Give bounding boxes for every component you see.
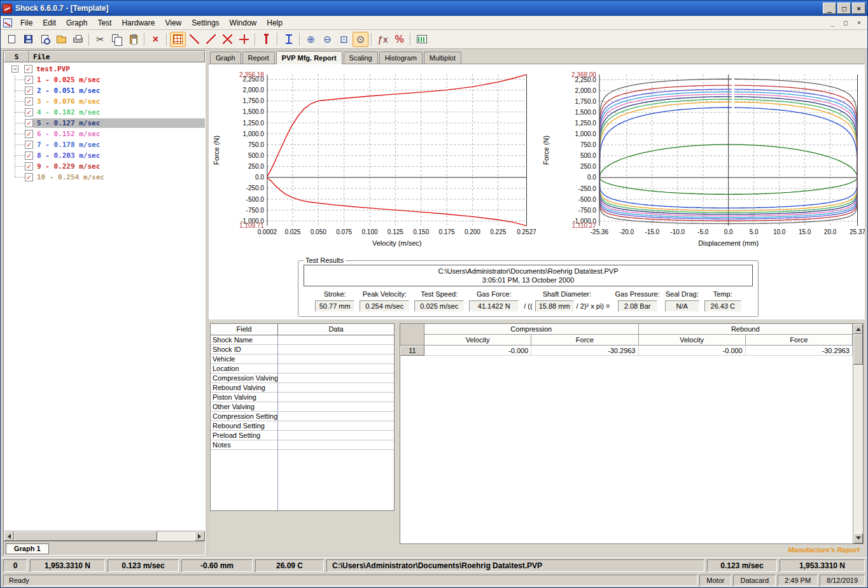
file-tree-row[interactable]: ✓5 - 0.127 m/sec (4, 118, 205, 129)
file-tree-row[interactable]: ✓1 - 0.025 m/sec (4, 74, 205, 85)
file-visible-checkbox[interactable]: ✓ (25, 108, 33, 116)
force-displacement-chart[interactable]: -1,000.0-750.0-500.0-250.00.0250.0500.07… (540, 67, 865, 255)
slope-rise-icon[interactable] (186, 32, 202, 47)
scroll-right-button[interactable] (195, 531, 205, 541)
slope-both-icon[interactable] (220, 32, 235, 47)
app-icon[interactable] (3, 4, 12, 13)
menu-file[interactable]: File (15, 17, 38, 29)
file-visible-checkbox[interactable]: ✓ (25, 119, 33, 127)
child-close-button[interactable]: × (853, 18, 865, 27)
field-value-other-valving[interactable] (278, 402, 394, 412)
file-visible-checkbox[interactable]: ✓ (25, 162, 33, 171)
field-value-shock-name[interactable] (278, 335, 394, 345)
file-item-label[interactable]: 5 - 0.127 m/sec (33, 118, 205, 128)
file-item-label[interactable]: 2 - 0.051 m/sec (33, 86, 205, 95)
menu-hardware[interactable]: Hardware (116, 17, 160, 29)
tab-scaling[interactable]: Scaling (344, 52, 378, 64)
file-item-label[interactable]: 4 - 0.102 m/sec (33, 108, 205, 117)
field-value-piston-valving[interactable] (278, 393, 394, 402)
probe-icon[interactable] (258, 32, 274, 47)
column-header-file[interactable]: File (29, 51, 205, 62)
file-tree-row[interactable]: ✓7 - 0.178 m/sec (4, 139, 205, 150)
data-cell[interactable]: -30.2963 (746, 346, 853, 356)
scrollbar-thumb[interactable] (14, 531, 157, 541)
vertical-scrollbar[interactable] (853, 324, 863, 543)
file-tree-row[interactable]: ✓8 - 0.203 m/sec (4, 150, 205, 161)
close-button[interactable]: × (852, 3, 865, 14)
menu-settings[interactable]: Settings (186, 17, 224, 29)
field-value-shock-id[interactable] (278, 345, 394, 354)
file-tree-row[interactable]: ✓10 - 0.254 m/sec (4, 172, 205, 183)
tab-pvp-mfg-report[interactable]: PVP Mfg. Report (276, 51, 342, 64)
data-cell[interactable]: -30.2963 (531, 346, 638, 356)
tree-expander-icon[interactable]: − (11, 66, 18, 73)
field-value-vehicle[interactable] (278, 354, 394, 364)
multiplot-preview-icon[interactable] (414, 32, 430, 47)
menu-graph[interactable]: Graph (61, 17, 92, 29)
scroll-left-button[interactable] (4, 531, 14, 541)
file-item-label[interactable]: 10 - 0.254 m/sec (33, 172, 205, 182)
notes-area[interactable] (211, 450, 394, 510)
minimize-button[interactable]: _ (823, 3, 836, 14)
file-item-label[interactable]: 6 - 0.152 m/sec (33, 129, 205, 139)
tab-report[interactable]: Report (242, 52, 275, 64)
file-visible-checkbox[interactable]: ✓ (24, 65, 32, 73)
data-cell[interactable]: -0.000 (424, 346, 531, 356)
menu-test[interactable]: Test (92, 17, 116, 29)
cursor-marker-icon[interactable] (281, 32, 297, 47)
child-restore-button[interactable]: □ (840, 18, 851, 27)
file-item-label[interactable]: test.PVP (32, 64, 205, 74)
delete-icon[interactable]: × (148, 32, 164, 47)
field-value-compression-valving[interactable] (278, 374, 394, 383)
file-visible-checkbox[interactable]: ✓ (25, 76, 33, 84)
menu-help[interactable]: Help (262, 17, 288, 29)
print-preview-icon[interactable] (37, 32, 53, 47)
maximize-button[interactable]: □ (837, 3, 851, 14)
y-equals-x-icon[interactable]: ƒx (375, 32, 391, 47)
zoom-in-icon[interactable]: ⊕ (303, 32, 319, 47)
zoom-out-icon[interactable]: ⊖ (319, 32, 335, 47)
save-icon[interactable] (20, 32, 36, 47)
file-tree-row[interactable]: −✓test.PVP (4, 64, 205, 74)
file-tree-row[interactable]: ✓6 - 0.152 m/sec (4, 129, 205, 139)
copy-icon[interactable] (109, 32, 125, 47)
crosshair-icon[interactable] (236, 32, 252, 47)
slope-fall-icon[interactable] (203, 32, 219, 47)
new-file-icon[interactable] (4, 32, 20, 47)
file-tree-row[interactable]: ✓3 - 0.076 m/sec (4, 96, 205, 107)
field-value-rebound-setting[interactable] (278, 421, 394, 431)
file-visible-checkbox[interactable]: ✓ (25, 97, 33, 106)
field-value-location[interactable] (278, 364, 394, 374)
file-item-label[interactable]: 1 - 0.025 m/sec (33, 75, 205, 85)
column-header-s[interactable]: S (4, 51, 29, 62)
file-visible-checkbox[interactable]: ✓ (25, 130, 33, 138)
scroll-up-button[interactable] (853, 324, 863, 334)
notes-area-content[interactable] (278, 450, 394, 510)
open-icon[interactable] (53, 32, 69, 47)
child-minimize-button[interactable]: _ (827, 18, 838, 27)
zoom-window-icon[interactable]: ⊙ (353, 32, 368, 47)
scrollbar-track[interactable] (853, 365, 863, 533)
field-value-preload-setting[interactable] (278, 431, 394, 440)
scroll-down-button[interactable] (853, 533, 863, 543)
tab-graph[interactable]: Graph (210, 52, 241, 64)
field-value-rebound-valving[interactable] (278, 383, 394, 393)
field-value-notes[interactable] (278, 440, 394, 450)
file-item-label[interactable]: 9 - 0.229 m/sec (33, 162, 205, 171)
scrollbar-track[interactable] (14, 531, 195, 541)
file-visible-checkbox[interactable]: ✓ (25, 173, 33, 181)
menu-window[interactable]: Window (225, 17, 262, 29)
axis-grid-icon[interactable] (170, 32, 186, 47)
file-item-label[interactable]: 3 - 0.076 m/sec (33, 97, 205, 106)
file-item-label[interactable]: 7 - 0.178 m/sec (33, 140, 205, 150)
graph1-tab[interactable]: Graph 1 (6, 543, 49, 554)
field-value-compression-setting[interactable] (278, 412, 394, 421)
print-icon[interactable] (70, 32, 86, 47)
menu-edit[interactable]: Edit (38, 17, 61, 29)
percent-scale-icon[interactable]: % (391, 32, 407, 47)
title-bar[interactable]: Shock 6.6.0.7 - [Template] _□× (1, 1, 867, 16)
file-tree-row[interactable]: ✓4 - 0.102 m/sec (4, 107, 205, 118)
scrollbar-thumb[interactable] (853, 334, 863, 365)
file-visible-checkbox[interactable]: ✓ (25, 151, 33, 160)
file-tree-row[interactable]: ✓9 - 0.229 m/sec (4, 161, 205, 172)
